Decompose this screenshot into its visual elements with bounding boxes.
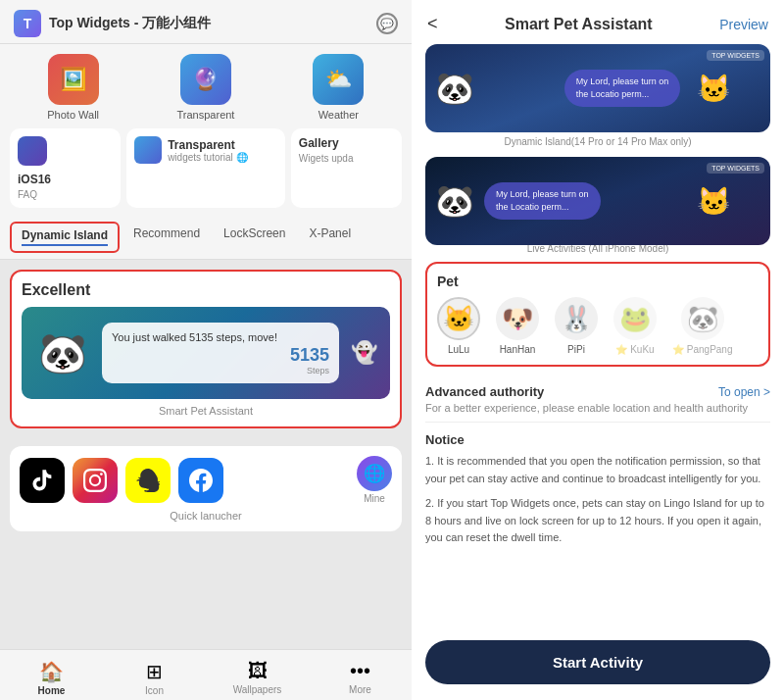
authority-link[interactable]: To open >: [718, 385, 770, 399]
home-label: Home: [38, 685, 66, 696]
preview-label-1: Dynamic Island(14 Pro or 14 Pro Max only…: [425, 136, 770, 147]
mine-avatar[interactable]: 🌐: [357, 456, 392, 491]
header-title-group: T Top Widgets - 万能小组件: [14, 10, 211, 37]
promo-transparent-texts: Transparent widgets tutorial 🌐: [168, 138, 247, 163]
pet-pangpang: 🐼 ⭐ PangPang: [672, 297, 733, 355]
back-button[interactable]: <: [427, 14, 438, 34]
tabs-row: Dynamic Island Recommend LockScreen X-Pa…: [0, 216, 412, 260]
widget-photo-wall[interactable]: 🖼️ Photo Wall: [10, 54, 136, 121]
promo-gallery-sub: Wigets upda: [299, 153, 394, 164]
promo-row: iOS16 FAQ Transparent widgets tutorial 🌐…: [0, 128, 412, 216]
preview-card-1[interactable]: TOP WIDGETS 🐼 My Lord, please turn onthe…: [425, 44, 770, 132]
preview-panda-2: 🐼: [435, 182, 474, 220]
right-panel: < Smart Pet Assistant Preview TOP WIDGET…: [412, 0, 784, 700]
promo-transparent-content: Transparent widgets tutorial 🌐: [134, 136, 277, 164]
hanhan-name: HanHan: [500, 344, 536, 355]
instagram-icon[interactable]: [73, 458, 118, 503]
promo-transparent-mini-icon: [134, 136, 162, 164]
promo-transparent-title: Transparent: [168, 138, 247, 152]
left-panel: T Top Widgets - 万能小组件 💬 🖼️ Photo Wall 🔮 …: [0, 0, 412, 700]
hanhan-avatar: 🐶: [496, 297, 539, 340]
pipi-name: PiPi: [567, 344, 585, 355]
widget-weather[interactable]: ⛅ Weather: [275, 54, 402, 121]
panda-figure: 🐼: [33, 319, 92, 387]
kuku-name: ⭐ KuKu: [615, 344, 654, 355]
wallpapers-label: Wallpapers: [233, 684, 282, 695]
authority-section: Advanced authority To open > For a bette…: [425, 376, 770, 423]
more-label: More: [349, 684, 371, 695]
notice-text-1: 1. It is recommended that you open the n…: [425, 453, 770, 487]
preview-bubble-1: My Lord, please turn onthe Locatio perm.…: [564, 70, 681, 106]
top-widgets-badge: TOP WIDGETS: [707, 50, 764, 61]
preview-button[interactable]: Preview: [719, 17, 768, 32]
app-icons-row: 🌐 Mine: [20, 456, 392, 504]
authority-header: Advanced authority To open >: [425, 384, 770, 399]
photo-wall-icon: 🖼️: [48, 54, 99, 105]
mine-section: 🌐 Mine: [357, 456, 392, 504]
steps-count: 5135: [112, 345, 329, 366]
preview-bubble-text-1: My Lord, please turn onthe Locatio perm.…: [576, 75, 669, 100]
tab-xpanel[interactable]: X-Panel: [299, 222, 361, 253]
promo-gallery-title: Gallery: [299, 136, 394, 150]
card-bottom-label: Smart Pet Assistant: [22, 405, 390, 417]
nav-more[interactable]: ••• More: [309, 660, 412, 696]
authority-title: Advanced authority: [425, 384, 544, 399]
authority-desc: For a better experience, please enable l…: [425, 402, 770, 414]
promo-ios16[interactable]: iOS16 FAQ: [10, 128, 121, 208]
steps-text: You just walked 5135 steps, move!: [112, 330, 329, 345]
promo-transparent-sub: widgets tutorial 🌐: [168, 152, 247, 163]
app-icon: T: [14, 10, 41, 37]
widget-transparent[interactable]: 🔮 Transparent: [142, 54, 269, 121]
quick-launcher-label: Quick lanucher: [20, 510, 392, 522]
pangpang-name: ⭐ PangPang: [672, 344, 733, 355]
mine-label: Mine: [364, 493, 385, 504]
pet-title: Pet: [437, 274, 759, 289]
nav-wallpapers[interactable]: 🖼 Wallpapers: [206, 660, 309, 696]
tab-lockscreen[interactable]: LockScreen: [214, 222, 295, 253]
weather-icon: ⛅: [313, 54, 364, 105]
preview-steps-2: 🐱: [697, 185, 731, 218]
preview-card-2[interactable]: TOP WIDGETS 🐼 My Lord, please turn onthe…: [425, 157, 770, 245]
pet-lulu[interactable]: 🐱 LuLu: [437, 297, 480, 355]
excellent-label: Excellent: [22, 281, 390, 299]
snapchat-icon[interactable]: [125, 458, 171, 503]
right-title: Smart Pet Assistant: [505, 16, 653, 33]
start-activity-button[interactable]: Start Activity: [425, 640, 770, 684]
top-widgets-badge-2: TOP WIDGETS: [707, 163, 764, 174]
icon-nav-icon: ⊞: [146, 660, 163, 683]
tiktok-icon[interactable]: [20, 458, 65, 503]
notice-section: Notice 1. It is recommended that you ope…: [425, 432, 770, 547]
preview-panda-1: 🐼: [435, 70, 474, 107]
pet-section: Pet 🐱 LuLu 🐶 HanHan 🐰 PiPi 🐸 ⭐ KuKu 🐼 ⭐ …: [425, 262, 770, 367]
transparent-label: Transparent: [177, 109, 235, 121]
app-title: Top Widgets - 万能小组件: [49, 15, 211, 32]
promo-ios16-sub: FAQ: [18, 189, 113, 200]
right-header: < Smart Pet Assistant Preview: [412, 0, 784, 44]
tab-dynamic-island[interactable]: Dynamic Island: [10, 222, 120, 253]
excellent-card[interactable]: 🐼 You just walked 5135 steps, move! 5135…: [22, 307, 390, 399]
lulu-name: LuLu: [448, 344, 469, 355]
transparent-icon: 🔮: [180, 54, 231, 105]
icon-label: Icon: [145, 685, 164, 696]
weather-label: Weather: [318, 109, 359, 121]
home-icon: 🏠: [39, 660, 64, 683]
widgets-row: 🖼️ Photo Wall 🔮 Transparent ⛅ Weather: [0, 44, 412, 128]
more-icon: •••: [350, 660, 370, 682]
preview-bubble-text-2: My Lord, please turn onthe Locatio perm.…: [496, 188, 589, 213]
lulu-avatar: 🐱: [437, 297, 480, 340]
pet-hanhan[interactable]: 🐶 HanHan: [496, 297, 539, 355]
promo-gallery[interactable]: Gallery Wigets upda: [291, 128, 402, 208]
pangpang-avatar: 🐼: [681, 297, 724, 340]
tab-recommend[interactable]: Recommend: [123, 222, 210, 253]
facebook-icon[interactable]: [178, 458, 223, 503]
promo-transparent[interactable]: Transparent widgets tutorial 🌐: [126, 128, 285, 208]
pet-pipi[interactable]: 🐰 PiPi: [555, 297, 598, 355]
message-icon[interactable]: 💬: [376, 13, 398, 34]
nav-home[interactable]: 🏠 Home: [0, 660, 103, 696]
kuku-avatar: 🐸: [613, 297, 657, 340]
nav-icon[interactable]: ⊞ Icon: [103, 660, 206, 696]
steps-unit: Steps: [112, 366, 329, 375]
promo-icon-ios16: [18, 136, 47, 166]
pipi-avatar: 🐰: [555, 297, 598, 340]
notice-text-2: 2. If you start Top Widgets once, pets c…: [425, 495, 770, 547]
